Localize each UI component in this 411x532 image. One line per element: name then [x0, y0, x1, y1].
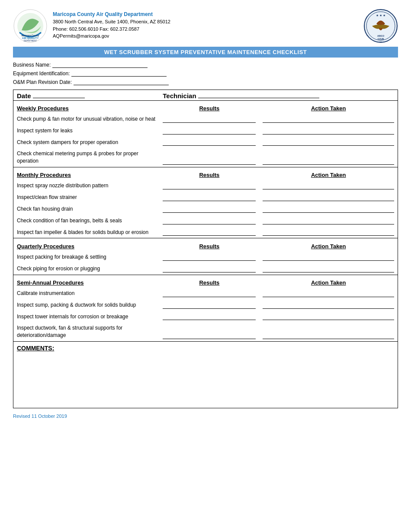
- address: 3800 North Central Ave, Suite 1400, Phoe…: [53, 18, 170, 26]
- monthly-proc-3: Check fan housing drain: [13, 203, 398, 215]
- monthly-proc-1: Inspect spray nozzle distribution patter…: [13, 180, 398, 192]
- semi-annual-header-row: Semi-Annual Procedures Results Action Ta…: [13, 275, 398, 288]
- svg-text:TY: TY: [379, 41, 382, 43]
- semi-annual-proc-2-desc: Inspect sump, packing & ductwork for sol…: [13, 299, 160, 311]
- monthly-proc-3-desc: Check fan housing drain: [13, 203, 160, 215]
- semi-annual-proc-2-results[interactable]: [163, 302, 256, 309]
- semi-annual-title: Semi-Annual Procedures: [13, 275, 160, 288]
- monthly-proc-3-action[interactable]: [263, 206, 394, 213]
- svg-text:COUN: COUN: [378, 38, 384, 40]
- semi-annual-proc-3-desc: Inspect tower internals for corrosion or…: [13, 311, 160, 323]
- page-header: Maricopa County AIR QUALITY DEPARTMENT M…: [13, 9, 398, 43]
- monthly-proc-5-results[interactable]: [163, 229, 256, 236]
- monthly-proc-4: Check condition of fan bearings, belts &…: [13, 215, 398, 227]
- semi-annual-proc-3-results[interactable]: [163, 313, 256, 320]
- quarterly-proc-2-desc: Check piping for erosion or plugging: [13, 263, 160, 275]
- quarterly-proc-1: Inspect packing for breakage & settling: [13, 251, 398, 263]
- header-text: Maricopa County Air Quality Department 3…: [53, 9, 170, 40]
- weekly-title: Weekly Procedures: [13, 101, 160, 114]
- semi-annual-proc-4-action[interactable]: [263, 332, 394, 339]
- equipment-id-label: Equipment Identification:: [13, 71, 70, 77]
- form-fields: Business Name: Equipment Identification:…: [13, 61, 398, 85]
- quarterly-proc-1-action[interactable]: [263, 254, 394, 261]
- date-input[interactable]: [33, 91, 85, 98]
- svg-text:AIR QUALITY: AIR QUALITY: [22, 37, 39, 39]
- org-name: Maricopa County Air Quality Department: [53, 10, 170, 18]
- monthly-proc-4-results[interactable]: [163, 218, 256, 224]
- header-left: Maricopa County AIR QUALITY DEPARTMENT M…: [13, 9, 170, 43]
- equipment-id-input[interactable]: [71, 70, 167, 77]
- weekly-proc-1-action[interactable]: [263, 116, 394, 123]
- monthly-proc-2-action[interactable]: [263, 194, 394, 201]
- weekly-proc-1-results[interactable]: [163, 116, 256, 123]
- semi-annual-action-label: Action Taken: [259, 275, 398, 288]
- monthly-action-label: Action Taken: [259, 167, 398, 180]
- weekly-proc-1-desc: Check pump & fan motor for unusual vibra…: [13, 113, 160, 125]
- weekly-proc-3: Check system dampers for proper operatio…: [13, 137, 398, 148]
- quarterly-title: Quarterly Procedures: [13, 239, 160, 251]
- comments-row: COMMENTS:: [13, 342, 398, 408]
- email: AQPermits@maricopa.gov: [53, 32, 170, 40]
- monthly-proc-2: Inspect/clean flow strainer: [13, 192, 398, 203]
- monthly-proc-1-action[interactable]: [263, 183, 394, 189]
- tech-label: Technician: [163, 92, 196, 99]
- monthly-proc-5-desc: Inspect fan impeller & blades for solids…: [13, 227, 160, 238]
- main-table: Date Technician Weekly Procedures Result…: [13, 90, 398, 408]
- weekly-proc-4-results[interactable]: [163, 158, 256, 165]
- semi-annual-proc-2-action[interactable]: [263, 302, 394, 309]
- semi-annual-proc-1-action[interactable]: [263, 290, 394, 297]
- date-tech-row: Date Technician: [13, 90, 398, 101]
- monthly-title: Monthly Procedures: [13, 167, 160, 180]
- semi-annual-proc-1: Calibrate instrumentation: [13, 288, 398, 299]
- monthly-proc-3-results[interactable]: [163, 206, 256, 213]
- semi-annual-proc-4: Inspect ductwork, fan & structural suppo…: [13, 322, 398, 341]
- oam-plan-label: O&M Plan Revision Date:: [13, 79, 72, 85]
- quarterly-proc-2: Check piping for erosion or plugging: [13, 263, 398, 275]
- weekly-proc-4-action[interactable]: [263, 158, 394, 165]
- semi-annual-proc-3: Inspect tower internals for corrosion or…: [13, 311, 398, 323]
- business-name-input[interactable]: [52, 61, 148, 68]
- weekly-header-row: Weekly Procedures Results Action Taken: [13, 101, 398, 114]
- quarterly-proc-1-results[interactable]: [163, 254, 256, 261]
- svg-text:★ ★ ★: ★ ★ ★: [376, 14, 385, 17]
- date-label: Date: [17, 92, 31, 99]
- monthly-results-label: Results: [159, 167, 259, 180]
- weekly-proc-2-results[interactable]: [163, 128, 256, 135]
- semi-annual-results-label: Results: [159, 275, 259, 288]
- weekly-proc-1: Check pump & fan motor for unusual vibra…: [13, 113, 398, 125]
- weekly-proc-4-desc: Check chemical metering pumps & probes f…: [13, 148, 160, 167]
- weekly-results-label: Results: [159, 101, 259, 114]
- equipment-id-row: Equipment Identification:: [13, 70, 398, 77]
- quarterly-action-label: Action Taken: [259, 239, 398, 251]
- monthly-proc-5: Inspect fan impeller & blades for solids…: [13, 227, 398, 238]
- business-name-row: Business Name:: [13, 61, 398, 68]
- weekly-proc-3-desc: Check system dampers for proper operatio…: [13, 137, 160, 148]
- weekly-proc-3-action[interactable]: [263, 139, 394, 146]
- semi-annual-proc-3-action[interactable]: [263, 313, 394, 320]
- oam-plan-row: O&M Plan Revision Date:: [13, 78, 398, 85]
- semi-annual-proc-2: Inspect sump, packing & ductwork for sol…: [13, 299, 398, 311]
- monthly-proc-1-results[interactable]: [163, 183, 256, 189]
- monthly-proc-1-desc: Inspect spray nozzle distribution patter…: [13, 180, 160, 192]
- monthly-proc-2-results[interactable]: [163, 194, 256, 201]
- quarterly-results-label: Results: [159, 239, 259, 251]
- tech-input[interactable]: [198, 91, 319, 98]
- monthly-proc-4-action[interactable]: [263, 218, 394, 224]
- semi-annual-proc-4-results[interactable]: [163, 332, 256, 339]
- monthly-proc-4-desc: Check condition of fan bearings, belts &…: [13, 215, 160, 227]
- weekly-proc-3-results[interactable]: [163, 139, 256, 146]
- semi-annual-proc-1-desc: Calibrate instrumentation: [13, 288, 160, 299]
- weekly-proc-2-action[interactable]: [263, 128, 394, 135]
- weekly-proc-2-desc: Inspect system for leaks: [13, 125, 160, 137]
- weekly-proc-2: Inspect system for leaks: [13, 125, 398, 137]
- title-bar: WET SCRUBBER SYSTEM PREVENTATIVE MAINTEN…: [13, 47, 398, 58]
- weekly-action-label: Action Taken: [259, 101, 398, 114]
- monthly-proc-5-action[interactable]: [263, 229, 394, 236]
- quarterly-proc-2-action[interactable]: [263, 266, 394, 272]
- semi-annual-proc-1-results[interactable]: [163, 290, 256, 297]
- county-seal-icon: ★ ★ ★ ARICO COUN TY: [363, 9, 398, 43]
- quarterly-proc-2-results[interactable]: [163, 266, 256, 272]
- oam-plan-input[interactable]: [74, 78, 169, 85]
- comments-label: COMMENTS:: [17, 345, 394, 352]
- business-name-label: Business Name:: [13, 62, 51, 68]
